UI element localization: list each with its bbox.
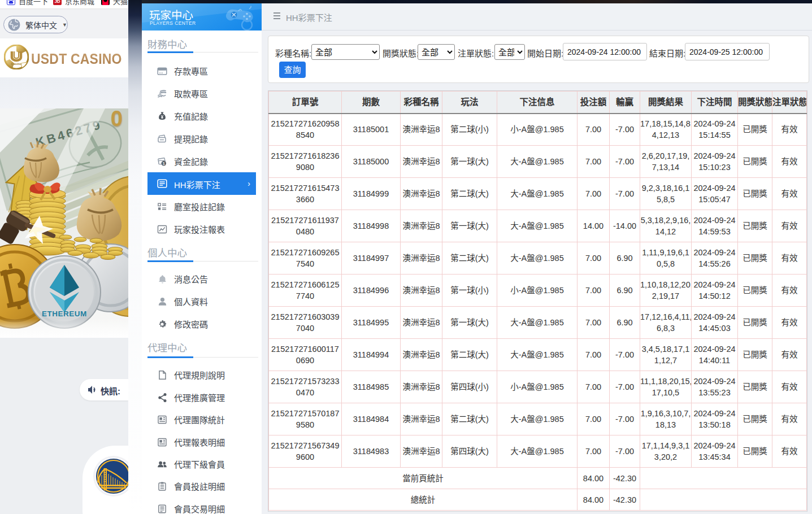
svg-text:ETHEREUM: ETHEREUM [42,310,87,318]
svg-text:JD: JD [54,0,60,4]
svg-text:Casino: Casino [11,62,22,66]
svg-text:$: $ [163,161,165,165]
